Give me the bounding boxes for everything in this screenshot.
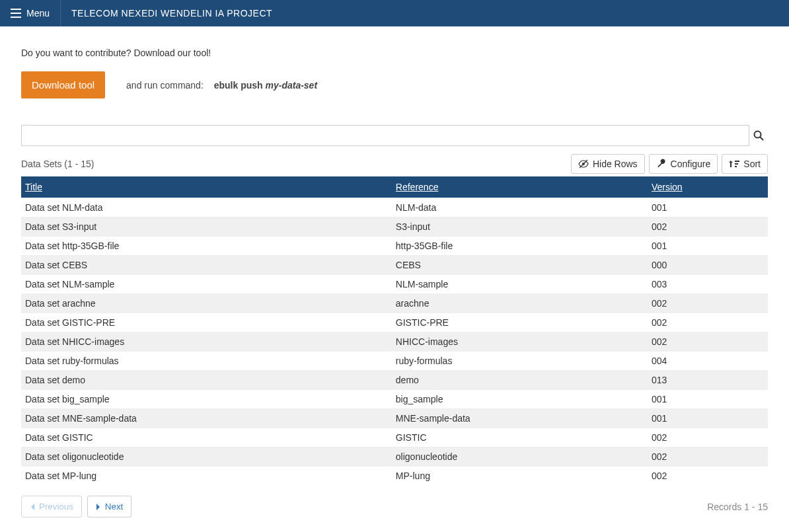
- cell-version: 004: [648, 352, 768, 371]
- button-group: Hide Rows Configure Sort: [571, 154, 768, 174]
- toolbar-row: Data Sets (1 - 15) Hide Rows Configure S…: [21, 154, 768, 174]
- hamburger-icon: [11, 9, 21, 18]
- records-count: Records 1 - 15: [707, 502, 768, 512]
- cell-title: Data set GISTIC-PRE: [21, 313, 392, 332]
- menu-label: Menu: [26, 8, 50, 19]
- cell-reference: NLM-sample: [392, 275, 648, 294]
- app-title: TELECOM NEXEDI WENDELIN IA PROJECT: [61, 0, 283, 26]
- next-button[interactable]: Next: [87, 496, 132, 517]
- eye-slash-icon: [578, 159, 589, 169]
- configure-label: Configure: [671, 159, 711, 169]
- cell-version: 000: [648, 256, 768, 275]
- table-row[interactable]: Data set NLM-dataNLM-data001: [21, 198, 768, 217]
- tool-row: Download tool and run command: ebulk pus…: [21, 71, 768, 98]
- previous-button[interactable]: Previous: [21, 496, 82, 517]
- configure-button[interactable]: Configure: [649, 154, 718, 174]
- cell-reference: http-35GB-file: [392, 237, 648, 256]
- cell-reference: GISTIC: [392, 428, 648, 447]
- table-row[interactable]: Data set arachnearachne002: [21, 294, 768, 313]
- table-row[interactable]: Data set GISTIC-PREGISTIC-PRE002: [21, 313, 768, 332]
- cell-version: 001: [648, 390, 768, 409]
- cell-reference: GISTIC-PRE: [392, 313, 648, 332]
- sort-button[interactable]: Sort: [722, 154, 768, 174]
- cell-title: Data set ruby-formulas: [21, 352, 392, 371]
- table-row[interactable]: Data set http-35GB-filehttp-35GB-file001: [21, 237, 768, 256]
- previous-label: Previous: [39, 502, 73, 512]
- cell-title: Data set demo: [21, 371, 392, 390]
- content: Do you want to contribute? Download our …: [0, 26, 789, 532]
- run-label: and run command:: [126, 80, 204, 91]
- cell-version: 001: [648, 409, 768, 428]
- cell-version: 001: [648, 198, 768, 217]
- hide-rows-label: Hide Rows: [593, 159, 638, 169]
- table-row[interactable]: Data set MNE-sample-dataMNE-sample-data0…: [21, 409, 768, 428]
- command-arg: my-data-set: [265, 80, 317, 91]
- next-label: Next: [105, 502, 123, 512]
- table-row[interactable]: Data set GISTICGISTIC002: [21, 428, 768, 447]
- table-row[interactable]: Data set NHICC-imagesNHICC-images002: [21, 332, 768, 352]
- cell-title: Data set oligonucleotide: [21, 447, 392, 467]
- cell-reference: oligonucleotide: [392, 447, 648, 467]
- header-bar: Menu TELECOM NEXEDI WENDELIN IA PROJECT: [0, 0, 789, 26]
- col-title[interactable]: Title: [21, 176, 392, 198]
- cell-reference: NLM-data: [392, 198, 648, 217]
- cell-reference: demo: [392, 371, 648, 390]
- run-command-text: and run command: ebulk push my-data-set: [126, 80, 317, 91]
- cell-version: 003: [648, 275, 768, 294]
- table-row[interactable]: Data set demodemo013: [21, 371, 768, 390]
- cell-title: Data set MNE-sample-data: [21, 409, 392, 428]
- cell-title: Data set big_sample: [21, 390, 392, 409]
- download-tool-button[interactable]: Download tool: [21, 71, 105, 98]
- col-reference[interactable]: Reference: [392, 176, 648, 198]
- cell-title: Data set http-35GB-file: [21, 237, 392, 256]
- caret-right-icon: [96, 503, 101, 511]
- cell-reference: arachne: [392, 294, 648, 313]
- cell-title: Data set NLM-data: [21, 198, 392, 217]
- cell-version: 002: [648, 467, 768, 486]
- cell-version: 013: [648, 371, 768, 390]
- cell-version: 001: [648, 237, 768, 256]
- wrench-icon: [656, 159, 667, 169]
- list-title: Data Sets (1 - 15): [21, 159, 94, 169]
- cell-reference: ruby-formulas: [392, 352, 648, 371]
- cell-reference: MNE-sample-data: [392, 409, 648, 428]
- cell-reference: NHICC-images: [392, 332, 648, 352]
- data-table: Title Reference Version Data set NLM-dat…: [21, 176, 768, 485]
- cell-title: Data set NHICC-images: [21, 332, 392, 352]
- cell-reference: MP-lung: [392, 467, 648, 486]
- cell-reference: big_sample: [392, 390, 648, 409]
- cell-title: Data set NLM-sample: [21, 275, 392, 294]
- svg-line-1: [761, 137, 764, 141]
- table-row[interactable]: Data set big_samplebig_sample001: [21, 390, 768, 409]
- cell-title: Data set S3-input: [21, 217, 392, 237]
- sort-icon: [729, 159, 739, 169]
- cell-version: 002: [648, 313, 768, 332]
- caret-left-icon: [30, 503, 35, 511]
- table-row[interactable]: Data set ruby-formulasruby-formulas004: [21, 352, 768, 371]
- cell-version: 002: [648, 294, 768, 313]
- search-input[interactable]: [21, 125, 749, 146]
- cell-version: 002: [648, 217, 768, 237]
- table-header-row: Title Reference Version: [21, 176, 768, 198]
- cell-title: Data set CEBS: [21, 256, 392, 275]
- cell-version: 002: [648, 447, 768, 467]
- cell-version: 002: [648, 428, 768, 447]
- cell-reference: S3-input: [392, 217, 648, 237]
- cell-title: Data set arachne: [21, 294, 392, 313]
- table-row[interactable]: Data set CEBSCEBS000: [21, 256, 768, 275]
- footer-row: Previous Next Records 1 - 15: [21, 496, 768, 517]
- table-row[interactable]: Data set MP-lungMP-lung002: [21, 467, 768, 486]
- search-button[interactable]: [749, 130, 768, 141]
- table-row[interactable]: Data set oligonucleotideoligonucleotide0…: [21, 447, 768, 467]
- command-prefix: ebulk push: [214, 80, 266, 91]
- col-version[interactable]: Version: [648, 176, 768, 198]
- svg-point-0: [755, 132, 761, 138]
- menu-button[interactable]: Menu: [0, 0, 61, 26]
- hide-rows-button[interactable]: Hide Rows: [571, 154, 645, 174]
- table-row[interactable]: Data set S3-inputS3-input002: [21, 217, 768, 237]
- cell-reference: CEBS: [392, 256, 648, 275]
- table-row[interactable]: Data set NLM-sampleNLM-sample003: [21, 275, 768, 294]
- sort-label: Sort: [743, 159, 761, 169]
- search-row: [21, 125, 768, 146]
- cell-title: Data set MP-lung: [21, 467, 392, 486]
